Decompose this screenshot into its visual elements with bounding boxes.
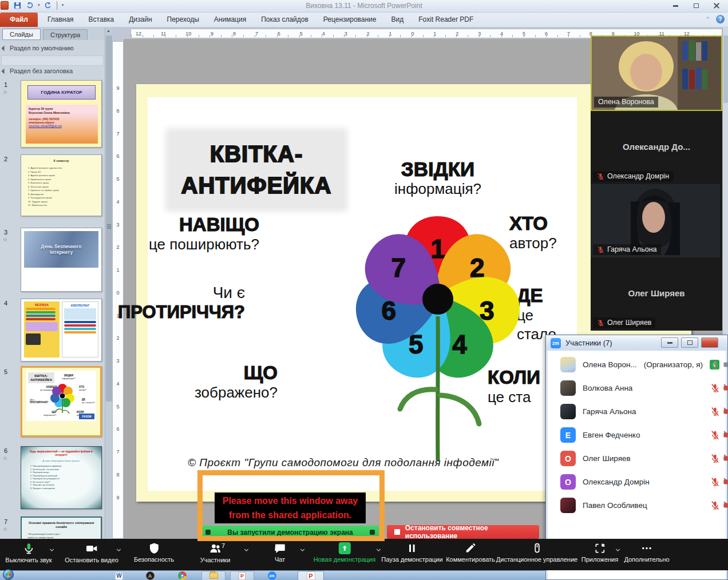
thumbnail-slide-1[interactable]: ГОДИНА КУРАТОР Куратор 36 групи Воронова… bbox=[21, 80, 102, 148]
flower-center bbox=[422, 284, 453, 315]
minimize-button[interactable] bbox=[668, 2, 682, 10]
mic-off-icon bbox=[597, 173, 604, 180]
video-options-chevron-icon[interactable] bbox=[115, 546, 122, 554]
participant-row[interactable]: Гаряча Альона bbox=[548, 400, 726, 423]
tab-design[interactable]: Дизайн bbox=[121, 13, 159, 27]
taskbar-powerpoint-icon[interactable]: P bbox=[298, 571, 324, 580]
participant-row[interactable]: Е Евген Федченко bbox=[548, 423, 726, 447]
thumbnail-slide-4[interactable]: БЕЗПЕКА КІБЕРБУЛІНГ bbox=[21, 299, 102, 361]
empty-section-strip bbox=[1, 55, 104, 66]
apps-chevron-icon[interactable] bbox=[614, 546, 622, 554]
restore-button[interactable] bbox=[689, 2, 703, 10]
chat-icon bbox=[274, 542, 286, 554]
taskbar-zoom-icon[interactable]: zm bbox=[264, 571, 279, 580]
slide-scrollbar[interactable] bbox=[722, 27, 728, 335]
mini-flower bbox=[50, 383, 75, 415]
participants-chevron-icon[interactable] bbox=[243, 546, 250, 554]
avatar bbox=[560, 404, 576, 419]
tab-slideshow[interactable]: Показ слайдов bbox=[254, 13, 316, 27]
camera-off-icon[interactable] bbox=[723, 430, 728, 440]
camera-off-icon[interactable] bbox=[723, 383, 728, 393]
scrollbar-thumb[interactable] bbox=[106, 35, 112, 402]
security-button[interactable]: Безопасность bbox=[134, 542, 174, 563]
close-button[interactable] bbox=[710, 2, 723, 10]
slide-number: 1 bbox=[4, 81, 7, 88]
thumbnail-scrollbar[interactable]: ▲ bbox=[105, 27, 112, 539]
svg-text:7: 7 bbox=[391, 253, 406, 283]
taskbar-ppt-viewer-icon[interactable]: P bbox=[230, 571, 254, 580]
new-share-button[interactable]: Новая демонстрация bbox=[314, 542, 375, 563]
taskbar-word-icon[interactable]: W bbox=[112, 571, 126, 580]
participant-row[interactable]: О Олександр Домрін bbox=[548, 470, 726, 494]
camera-off-icon[interactable] bbox=[723, 477, 728, 487]
mic-off-icon[interactable] bbox=[710, 407, 720, 416]
panel-close-button[interactable] bbox=[701, 337, 718, 348]
participant-row[interactable]: Волкова Анна bbox=[548, 376, 726, 400]
chat-button[interactable]: Чат bbox=[274, 542, 286, 563]
mic-icon[interactable] bbox=[710, 360, 720, 370]
panel-maximize-button[interactable] bbox=[681, 337, 698, 348]
panel-minimize-button[interactable] bbox=[661, 337, 678, 348]
tab-outline[interactable]: Структура bbox=[43, 29, 88, 40]
apps-button[interactable]: Приложения bbox=[581, 542, 618, 563]
mic-options-chevron-icon[interactable] bbox=[48, 546, 56, 554]
video-tile-shiryaev[interactable]: Олег Ширяев Олег Ширяев bbox=[591, 257, 722, 331]
tab-file[interactable]: Файл bbox=[0, 13, 38, 27]
tab-view[interactable]: Вид bbox=[384, 13, 412, 27]
participant-row[interactable]: О Олег Ширяев bbox=[548, 447, 726, 470]
slide-thumbnail-pane: Раздел по умолчанию Раздел без заголовка… bbox=[0, 40, 105, 539]
scroll-up-icon[interactable]: ▲ bbox=[106, 29, 110, 33]
video-tile-olena[interactable]: Олена Воронова bbox=[591, 35, 722, 111]
taskbar-explorer-icon[interactable] bbox=[201, 571, 225, 580]
help-icon[interactable]: ? bbox=[716, 15, 725, 23]
tab-transitions[interactable]: Переходы bbox=[160, 13, 207, 27]
tab-review[interactable]: Рецензирование bbox=[316, 13, 384, 27]
ribbon-tab-bar: Файл Главная Вставка Дизайн Переходы Ани… bbox=[0, 13, 728, 27]
stop-share-button[interactable]: Остановить совместное использование bbox=[387, 525, 539, 539]
tab-slides[interactable]: Слайды bbox=[2, 29, 41, 40]
tab-animations[interactable]: Анимация bbox=[207, 13, 254, 27]
camera-off-icon[interactable] bbox=[723, 407, 728, 416]
start-button[interactable] bbox=[3, 569, 14, 580]
annotate-button[interactable]: Комментировать bbox=[446, 542, 495, 563]
redo-button[interactable] bbox=[43, 1, 53, 10]
video-tile-alona[interactable]: Гаряча Альона bbox=[591, 184, 722, 257]
video-tile-domrin[interactable]: Олександр До... Олександр Домрін bbox=[591, 111, 722, 184]
camera-off-icon[interactable] bbox=[723, 454, 728, 463]
thumbnail-slide-2[interactable]: ІІ семестр 1. Адміністративне судочинств… bbox=[21, 154, 102, 216]
taskbar-avg-icon[interactable]: A bbox=[143, 571, 157, 580]
thumbnail-slide-5-current[interactable]: КВІТКА-АНТИФЕЙКА ЗВІДКИінформація? НАВІЩ… bbox=[21, 366, 102, 437]
tab-foxit[interactable]: Foxit Reader PDF bbox=[411, 13, 481, 27]
camera-off-icon[interactable] bbox=[723, 500, 728, 510]
mute-button[interactable]: Выключить звук bbox=[5, 542, 52, 563]
stop-video-button[interactable]: Остановить видео bbox=[65, 542, 118, 563]
thumbnail-slide-3[interactable]: День безпечного Інтернету bbox=[21, 228, 102, 292]
section-header-untitled[interactable]: Раздел без заголовка bbox=[2, 67, 73, 74]
label-navishcho: НАВІЩО це поширюють? bbox=[149, 214, 259, 254]
tab-home[interactable]: Главная bbox=[40, 13, 81, 27]
taskbar-chrome-icon[interactable] bbox=[175, 571, 189, 580]
mic-off-icon[interactable] bbox=[710, 454, 720, 463]
thumbnail-slide-6[interactable]: Будь медіаграмотний — не піддавайся фейк… bbox=[21, 446, 102, 509]
mic-off-icon[interactable] bbox=[710, 500, 720, 510]
participants-button[interactable]: Участники bbox=[200, 542, 231, 563]
participants-icon bbox=[209, 542, 222, 555]
flower-leaf-left bbox=[400, 390, 436, 409]
participants-titlebar[interactable]: zm Участники (7) bbox=[546, 335, 727, 351]
remote-control-button[interactable]: Дистанционное управление bbox=[496, 542, 577, 563]
section-header-default[interactable]: Раздел по умолчанию bbox=[2, 45, 74, 51]
tab-insert[interactable]: Вставка bbox=[81, 13, 122, 27]
mic-off-icon[interactable] bbox=[710, 383, 720, 393]
chat-chevron-icon[interactable] bbox=[299, 546, 306, 554]
participant-row[interactable]: Олена Ворон... (Организатор, я) bbox=[548, 353, 726, 376]
more-options-button[interactable]: Дополнительно bbox=[624, 542, 669, 563]
pause-share-button[interactable]: Пауза демонстрации bbox=[381, 542, 442, 563]
participant-row[interactable]: Павел Особливец bbox=[548, 494, 726, 517]
minimize-ribbon-icon[interactable]: ⌃ bbox=[706, 16, 710, 22]
mic-icon bbox=[22, 542, 35, 555]
mic-off-icon[interactable] bbox=[710, 477, 720, 487]
avatar: Е bbox=[560, 427, 576, 443]
label-shcho: ЩО зображено? bbox=[195, 363, 278, 402]
mic-off-icon[interactable] bbox=[710, 430, 720, 440]
camera-icon[interactable] bbox=[723, 360, 728, 370]
